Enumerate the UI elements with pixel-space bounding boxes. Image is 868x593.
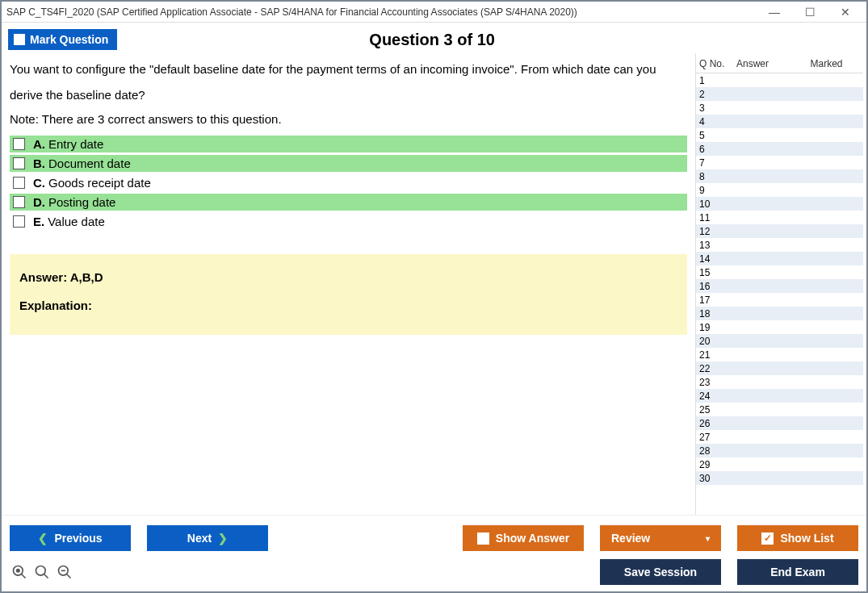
question-list-row[interactable]: 24 — [696, 389, 863, 403]
question-list-row[interactable]: 9 — [696, 183, 863, 197]
col-qno: Q No. — [699, 58, 736, 69]
save-session-button[interactable]: Save Session — [600, 559, 721, 585]
app-window: SAP C_TS4FI_2020 (SAP Certified Applicat… — [0, 0, 868, 593]
row-qno: 22 — [699, 363, 736, 374]
option-letter: B. — [33, 157, 45, 170]
question-list-row[interactable]: 16 — [696, 279, 863, 293]
question-list-row[interactable]: 18 — [696, 307, 863, 320]
end-exam-button[interactable]: End Exam — [737, 559, 858, 585]
row-qno: 21 — [699, 349, 736, 361]
option-row[interactable]: D. Posting date — [10, 194, 687, 211]
row-qno: 16 — [699, 281, 736, 292]
question-list-row[interactable]: 12 — [696, 224, 863, 238]
zoom-out-icon[interactable] — [57, 564, 73, 580]
show-answer-button[interactable]: Show Answer — [463, 525, 584, 551]
question-list-row[interactable]: 17 — [696, 293, 863, 307]
row-qno: 30 — [699, 473, 736, 484]
question-list-row[interactable]: 15 — [696, 265, 863, 279]
end-exam-label: End Exam — [770, 566, 825, 578]
option-row[interactable]: E. Value date — [10, 213, 687, 230]
question-list-row[interactable]: 20 — [696, 334, 863, 348]
question-list-row[interactable]: 6 — [696, 142, 863, 156]
svg-line-6 — [67, 574, 71, 578]
question-list-row[interactable]: 4 — [696, 115, 863, 128]
question-list-row[interactable]: 22 — [696, 361, 863, 375]
option-text: Entry date — [48, 137, 103, 151]
option-text: Document date — [48, 157, 131, 170]
option-text: Value date — [48, 215, 105, 228]
question-list-row[interactable]: 14 — [696, 252, 863, 265]
question-list-row[interactable]: 8 — [696, 169, 863, 183]
option-checkbox[interactable] — [13, 177, 25, 189]
option-letter: A. — [33, 137, 45, 151]
options-list: A. Entry dateB. Document dateC. Goods re… — [10, 136, 687, 230]
row-qno: 4 — [699, 116, 736, 127]
row-qno: 13 — [699, 240, 736, 251]
question-list-row[interactable]: 21 — [696, 348, 863, 361]
checkbox-checked-icon: ✓ — [761, 532, 774, 545]
titlebar: SAP C_TS4FI_2020 (SAP Certified Applicat… — [2, 2, 866, 23]
row-qno: 26 — [699, 418, 736, 429]
row-qno: 10 — [699, 198, 736, 210]
question-list-row[interactable]: 5 — [696, 128, 863, 142]
row-qno: 2 — [699, 89, 736, 100]
show-answer-label: Show Answer — [496, 532, 569, 545]
minimize-icon[interactable]: — — [757, 2, 792, 22]
row-qno: 6 — [699, 144, 736, 155]
svg-point-3 — [36, 566, 46, 576]
chevron-down-icon: ▾ — [706, 534, 710, 543]
question-list-row[interactable]: 13 — [696, 238, 863, 252]
question-text: You want to configure the "default basel… — [10, 56, 687, 107]
svg-line-1 — [22, 574, 26, 578]
question-list-row[interactable]: 3 — [696, 101, 863, 115]
next-button[interactable]: Next ❯ — [147, 525, 268, 551]
zoom-controls — [10, 564, 73, 580]
explanation-label: Explanation: — [19, 299, 677, 312]
question-list-row[interactable]: 7 — [696, 156, 863, 169]
question-list-row[interactable]: 28 — [696, 444, 863, 457]
save-session-label: Save Session — [624, 566, 697, 578]
question-list-row[interactable]: 1 — [696, 73, 863, 87]
question-note: Note: There are 3 correct answers to thi… — [10, 112, 687, 126]
window-controls: — ☐ ✕ — [757, 2, 863, 22]
question-list-row[interactable]: 2 — [696, 87, 863, 101]
option-row[interactable]: A. Entry date — [10, 136, 687, 152]
button-row-2: Save Session End Exam — [10, 559, 858, 585]
maximize-icon[interactable]: ☐ — [792, 2, 828, 22]
zoom-in-icon[interactable] — [34, 564, 50, 580]
mark-question-label: Mark Question — [30, 33, 108, 46]
option-checkbox[interactable] — [13, 157, 25, 169]
review-label: Review — [611, 532, 650, 545]
option-row[interactable]: C. Goods receipt date — [10, 174, 687, 191]
question-list-row[interactable]: 29 — [696, 457, 863, 471]
row-qno: 14 — [699, 253, 736, 265]
question-list-row[interactable]: 11 — [696, 211, 863, 224]
checkbox-icon — [477, 532, 489, 545]
chevron-right-icon: ❯ — [218, 532, 228, 545]
review-button[interactable]: Review ▾ — [600, 525, 721, 551]
svg-line-4 — [44, 574, 48, 578]
question-list-row[interactable]: 10 — [696, 197, 863, 211]
mark-question-button[interactable]: Mark Question — [8, 29, 117, 50]
option-checkbox[interactable] — [13, 215, 25, 228]
question-list-row[interactable]: 19 — [696, 320, 863, 334]
previous-button[interactable]: ❮ Previous — [10, 525, 131, 551]
question-list-row[interactable]: 30 — [696, 471, 863, 485]
question-list-row[interactable]: 27 — [696, 430, 863, 444]
zoom-reset-icon[interactable] — [11, 564, 27, 580]
option-checkbox[interactable] — [13, 138, 25, 150]
close-icon[interactable]: ✕ — [828, 2, 863, 22]
option-checkbox[interactable] — [13, 196, 25, 208]
row-qno: 28 — [699, 445, 736, 457]
question-list-body[interactable]: 1234567891011121314151617181920212223242… — [696, 73, 863, 515]
question-list-row[interactable]: 25 — [696, 403, 863, 416]
show-list-button[interactable]: ✓ Show List — [737, 525, 858, 551]
question-list-row[interactable]: 26 — [696, 416, 863, 430]
row-qno: 24 — [699, 390, 736, 402]
option-row[interactable]: B. Document date — [10, 155, 687, 172]
chevron-left-icon: ❮ — [38, 532, 48, 545]
row-qno: 20 — [699, 336, 736, 347]
bottom-bar: ❮ Previous Next ❯ Show Answer Review ▾ ✓… — [2, 515, 866, 591]
question-list-row[interactable]: 23 — [696, 375, 863, 389]
question-list-header: Q No. Answer Marked — [696, 53, 863, 73]
